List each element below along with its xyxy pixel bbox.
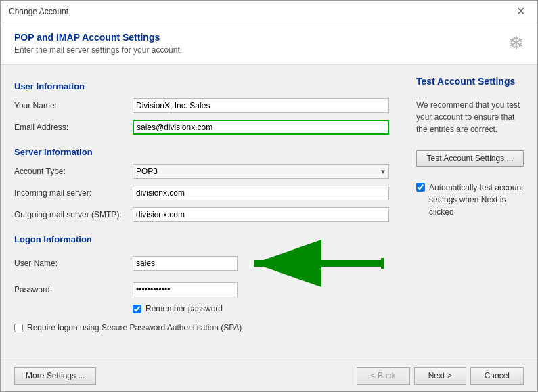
- footer: More Settings ... < Back Next > Cancel: [1, 360, 537, 391]
- header-title: POP and IMAP Account Settings: [14, 32, 524, 43]
- logon-info-title: Logon Information: [14, 234, 389, 244]
- next-button[interactable]: Next >: [414, 367, 466, 385]
- account-type-select[interactable]: POP3 IMAP: [133, 164, 389, 179]
- auto-test-row: Automatically test account settings when…: [416, 181, 524, 218]
- left-panel: User Information Your Name: Email Addres…: [14, 76, 389, 349]
- username-row: User Name:: [14, 251, 389, 276]
- more-settings-button[interactable]: More Settings ...: [14, 367, 96, 385]
- nav-buttons: < Back Next > Cancel: [357, 367, 524, 385]
- remember-password-row: Remember password: [133, 304, 389, 313]
- snowflake-icon: ❄: [508, 32, 524, 54]
- username-label: User Name:: [14, 259, 133, 268]
- email-row: Email Address:: [14, 120, 389, 135]
- remember-password-checkbox[interactable]: [133, 305, 141, 313]
- close-button[interactable]: ✕: [512, 5, 529, 18]
- green-arrow-annotation: [240, 251, 389, 276]
- username-input[interactable]: [133, 256, 238, 271]
- your-name-input[interactable]: [133, 98, 389, 113]
- spa-checkbox[interactable]: [14, 324, 23, 332]
- auto-test-checkbox[interactable]: [416, 183, 425, 192]
- account-type-wrapper: POP3 IMAP ▼: [133, 164, 389, 179]
- auto-test-label: Automatically test account settings when…: [429, 181, 524, 218]
- header-section: POP and IMAP Account Settings Enter the …: [1, 22, 537, 65]
- right-panel: Test Account Settings We recommend that …: [403, 76, 524, 349]
- content-area: User Information Your Name: Email Addres…: [1, 65, 537, 360]
- account-type-label: Account Type:: [14, 167, 133, 176]
- remember-password-label: Remember password: [145, 304, 223, 313]
- account-type-row: Account Type: POP3 IMAP ▼: [14, 164, 389, 179]
- email-label: Email Address:: [14, 123, 133, 132]
- your-name-row: Your Name:: [14, 98, 389, 113]
- outgoing-server-row: Outgoing mail server (SMTP):: [14, 207, 389, 222]
- spa-row: Require logon using Secure Password Auth…: [14, 323, 389, 332]
- password-label: Password:: [14, 285, 133, 295]
- test-account-title: Test Account Settings: [416, 76, 524, 87]
- cancel-button[interactable]: Cancel: [470, 367, 524, 385]
- incoming-server-row: Incoming mail server:: [14, 186, 389, 200]
- back-button[interactable]: < Back: [357, 367, 410, 385]
- incoming-server-label: Incoming mail server:: [14, 188, 133, 198]
- title-bar: Change Account ✕: [1, 1, 537, 22]
- password-input[interactable]: [133, 282, 238, 297]
- dialog: Change Account ✕ POP and IMAP Account Se…: [0, 0, 538, 392]
- your-name-label: Your Name:: [14, 101, 133, 110]
- dialog-title: Change Account: [9, 7, 68, 16]
- email-input[interactable]: [133, 120, 389, 135]
- incoming-server-input[interactable]: [133, 186, 389, 200]
- spa-label: Require logon using Secure Password Auth…: [27, 323, 242, 332]
- password-row: Password:: [14, 282, 389, 297]
- outgoing-server-label: Outgoing mail server (SMTP):: [14, 210, 133, 219]
- outgoing-server-input[interactable]: [133, 207, 389, 222]
- test-account-settings-button[interactable]: Test Account Settings ...: [416, 150, 524, 167]
- test-account-description: We recommend that you test your account …: [416, 99, 524, 135]
- user-info-title: User Information: [14, 81, 389, 91]
- server-info-title: Server Information: [14, 147, 389, 157]
- header-subtitle: Enter the mail server settings for your …: [14, 45, 524, 55]
